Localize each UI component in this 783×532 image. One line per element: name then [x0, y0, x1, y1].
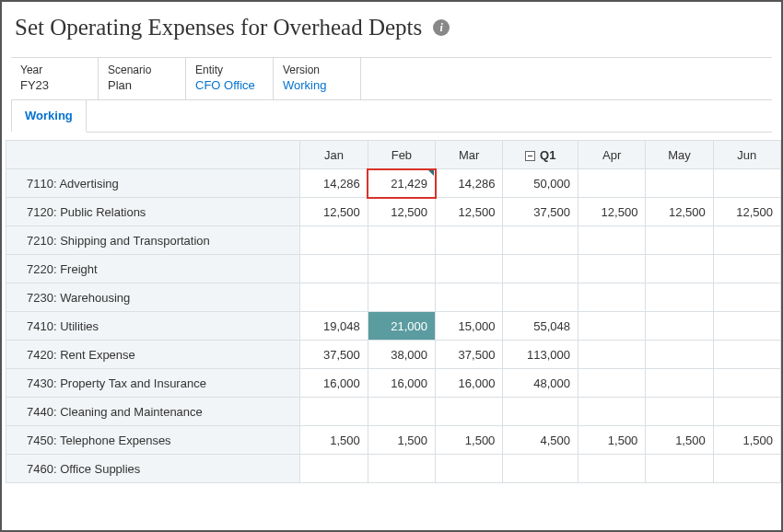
col-may[interactable]: May [646, 141, 713, 169]
cell[interactable]: 1,500 [578, 426, 646, 455]
cell[interactable] [300, 255, 368, 283]
cell[interactable] [300, 398, 368, 426]
cell[interactable]: 50,000 [503, 169, 578, 198]
cell[interactable] [646, 255, 713, 283]
cell[interactable] [368, 455, 435, 483]
row-label[interactable]: 7440: Cleaning and Maintenance [6, 398, 300, 426]
cell[interactable]: 1,500 [368, 426, 435, 455]
cell[interactable]: 12,500 [646, 198, 713, 226]
cell[interactable] [300, 455, 368, 483]
cell[interactable]: 12,500 [300, 198, 368, 226]
cell[interactable]: 1,500 [300, 426, 368, 455]
cell[interactable] [578, 455, 646, 483]
cell[interactable] [646, 341, 713, 369]
cell[interactable] [368, 283, 435, 312]
col-apr[interactable]: Apr [578, 141, 646, 169]
pov-year[interactable]: Year FY23 [11, 58, 99, 99]
cell[interactable] [578, 398, 646, 426]
row-label[interactable]: 7210: Shipping and Transportation [6, 226, 300, 255]
col-q1[interactable]: Q1 [503, 141, 578, 169]
cell[interactable]: 113,000 [503, 341, 578, 369]
cell[interactable]: 16,000 [300, 369, 368, 398]
cell[interactable] [646, 455, 713, 483]
cell[interactable]: 12,500 [713, 198, 780, 226]
tab-working[interactable]: Working [11, 100, 87, 133]
cell[interactable]: 14,286 [300, 169, 368, 198]
cell[interactable]: 4,500 [503, 426, 578, 455]
row-label[interactable]: 7120: Public Relations [6, 198, 300, 226]
cell[interactable] [713, 341, 780, 369]
row-label[interactable]: 7110: Advertising [6, 169, 300, 198]
cell[interactable] [713, 169, 780, 198]
cell[interactable] [503, 398, 578, 426]
cell[interactable] [300, 283, 368, 312]
cell[interactable] [578, 226, 646, 255]
cell[interactable] [368, 255, 435, 283]
cell[interactable] [578, 169, 646, 198]
cell[interactable]: 16,000 [436, 369, 503, 398]
cell[interactable] [436, 255, 503, 283]
cell[interactable] [646, 226, 713, 255]
col-jun[interactable]: Jun [713, 141, 780, 169]
cell[interactable] [713, 455, 780, 483]
cell[interactable] [713, 369, 780, 398]
cell[interactable] [436, 283, 503, 312]
cell[interactable] [646, 398, 713, 426]
cell-dirty[interactable]: 21,000 [368, 312, 435, 341]
row-label[interactable]: 7430: Property Tax and Insurance [6, 369, 300, 398]
cell[interactable] [713, 255, 780, 283]
row-label[interactable]: 7230: Warehousing [6, 283, 300, 312]
cell[interactable] [578, 341, 646, 369]
cell[interactable] [713, 398, 780, 426]
cell[interactable] [646, 369, 713, 398]
collapse-icon[interactable] [525, 151, 535, 161]
cell[interactable] [368, 398, 435, 426]
row-label[interactable]: 7450: Telephone Expenses [6, 426, 300, 455]
cell[interactable]: 12,500 [368, 198, 435, 226]
cell[interactable] [578, 312, 646, 341]
pov-entity[interactable]: Entity CFO Office [186, 58, 274, 99]
cell[interactable]: 48,000 [503, 369, 578, 398]
cell[interactable] [713, 312, 780, 341]
info-icon[interactable]: i [433, 19, 450, 36]
cell[interactable] [436, 398, 503, 426]
cell[interactable]: 1,500 [713, 426, 780, 455]
cell[interactable] [503, 455, 578, 483]
col-jan[interactable]: Jan [300, 141, 368, 169]
cell[interactable] [578, 255, 646, 283]
cell[interactable] [503, 226, 578, 255]
cell[interactable]: 12,500 [578, 198, 646, 226]
cell[interactable] [713, 283, 780, 312]
cell[interactable]: 37,500 [503, 198, 578, 226]
cell[interactable] [578, 369, 646, 398]
cell[interactable]: 37,500 [300, 341, 368, 369]
cell[interactable]: 16,000 [368, 369, 435, 398]
pov-version[interactable]: Version Working [274, 58, 361, 99]
cell[interactable]: 1,500 [646, 426, 713, 455]
row-label[interactable]: 7420: Rent Expense [6, 341, 300, 369]
cell[interactable]: 38,000 [368, 341, 435, 369]
cell[interactable] [503, 255, 578, 283]
cell[interactable] [713, 226, 780, 255]
col-mar[interactable]: Mar [436, 141, 503, 169]
cell[interactable]: 37,500 [436, 341, 503, 369]
cell[interactable] [578, 283, 646, 312]
cell[interactable] [300, 226, 368, 255]
row-label[interactable]: 7220: Freight [6, 255, 300, 283]
cell[interactable]: 19,048 [300, 312, 368, 341]
cell[interactable]: 12,500 [436, 198, 503, 226]
cell[interactable] [646, 312, 713, 341]
cell[interactable] [436, 455, 503, 483]
row-label[interactable]: 7460: Office Supplies [6, 455, 300, 483]
cell[interactable]: 55,048 [503, 312, 578, 341]
cell[interactable] [503, 283, 578, 312]
cell[interactable] [368, 226, 435, 255]
cell[interactable] [436, 226, 503, 255]
pov-scenario[interactable]: Scenario Plan [99, 58, 186, 99]
cell[interactable]: 15,000 [436, 312, 503, 341]
cell[interactable] [646, 169, 713, 198]
cell[interactable] [646, 283, 713, 312]
row-label[interactable]: 7410: Utilities [6, 312, 300, 341]
cell-selected[interactable]: 21,429 [368, 169, 435, 198]
cell[interactable]: 1,500 [436, 426, 503, 455]
